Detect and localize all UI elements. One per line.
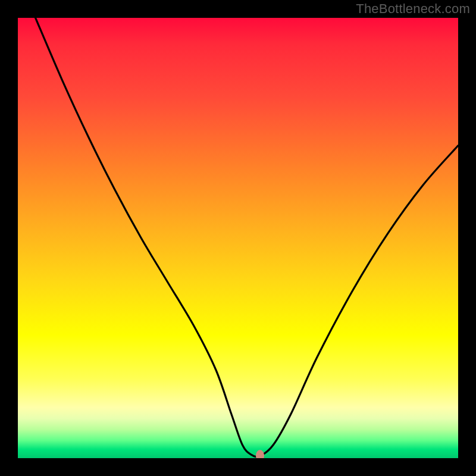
plot-area <box>18 18 458 458</box>
optimal-point-marker <box>256 450 264 458</box>
watermark-text: TheBottleneck.com <box>356 1 470 17</box>
bottleneck-curve <box>18 18 458 458</box>
chart-frame: TheBottleneck.com <box>0 0 476 476</box>
